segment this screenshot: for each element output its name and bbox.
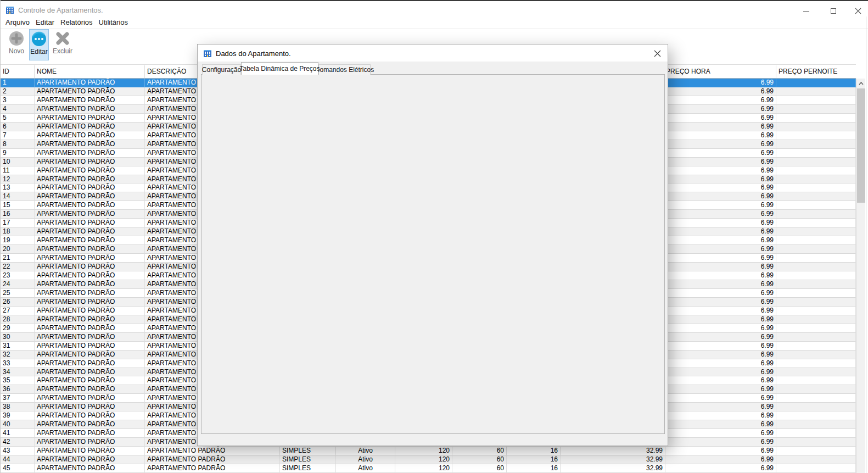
cell-preco_hora: 6.99 xyxy=(665,245,776,254)
cell-id: 15 xyxy=(1,201,35,210)
cell-preco_pernoite xyxy=(776,140,856,149)
cell-nome: APARTAMENTO PADRÃO xyxy=(35,403,145,411)
tab-configuracao[interactable]: Configuração xyxy=(202,64,241,75)
cell-preco_hora: 6.99 xyxy=(665,342,776,350)
scrollbar-thumb[interactable] xyxy=(857,88,865,203)
close-icon xyxy=(654,50,661,57)
cell-status: Ativo xyxy=(336,455,395,464)
apartment-dialog: Dados do Apartamento. Configuração Tabel… xyxy=(197,44,668,446)
chevron-up-icon xyxy=(859,82,864,85)
header-id[interactable]: ID xyxy=(1,65,35,78)
cell-tipo: SIMPLES xyxy=(280,455,336,464)
cell-preco_hora: 6.99 xyxy=(665,79,776,87)
cell-nome: APARTAMENTO PADRÃO xyxy=(35,140,145,149)
cell-id: 45 xyxy=(1,464,35,473)
dialog-titlebar[interactable]: Dados do Apartamento. xyxy=(198,44,668,62)
cell-col6: 120 xyxy=(395,464,452,473)
cell-descricao: APARTAMENTO PADRÃO xyxy=(145,447,280,455)
menu-relatorios[interactable]: Relatórios xyxy=(60,18,98,26)
cell-nome: APARTAMENTO PADRÃO xyxy=(35,96,145,105)
dialog-close-button[interactable] xyxy=(650,47,664,59)
cell-nome: APARTAMENTO PADRÃO xyxy=(35,149,145,158)
cell-preco_pernoite xyxy=(776,192,856,201)
cell-preco_hora: 6.99 xyxy=(665,385,776,394)
cell-id: 33 xyxy=(1,359,35,368)
cell-preco_pernoite xyxy=(776,123,856,131)
cell-preco_hora: 6.99 xyxy=(665,114,776,123)
cell-preco_pernoite xyxy=(776,175,856,184)
cell-preco_pernoite xyxy=(776,447,856,455)
cell-preco_pernoite xyxy=(776,254,856,263)
cell-nome: APARTAMENTO PADRÃO xyxy=(35,464,145,473)
cell-preco_pernoite xyxy=(776,403,856,411)
cell-nome: APARTAMENTO PADRÃO xyxy=(35,289,145,298)
cell-nome: APARTAMENTO PADRÃO xyxy=(35,192,145,201)
cell-id: 19 xyxy=(1,236,35,245)
menu-arquivo[interactable]: Arquivo xyxy=(5,18,35,26)
cell-id: 25 xyxy=(1,289,35,298)
maximize-button[interactable] xyxy=(825,5,842,16)
cell-preco_hora: 6.99 xyxy=(665,105,776,114)
cell-preco_pernoite xyxy=(776,385,856,394)
cell-preco_pernoite xyxy=(776,96,856,105)
cell-nome: APARTAMENTO PADRÃO xyxy=(35,385,145,394)
minimize-button[interactable] xyxy=(798,5,814,16)
menubar: Arquivo Editar Relatórios Utilitários xyxy=(1,16,868,29)
scroll-up-button[interactable] xyxy=(856,79,866,88)
cell-id: 2 xyxy=(1,87,35,96)
cell-id: 34 xyxy=(1,368,35,377)
cell-tipo: SIMPLES xyxy=(280,447,336,455)
cell-preco_hora: 6.99 xyxy=(665,411,776,420)
cell-descricao: APARTAMENTO PADRÃO xyxy=(145,464,280,473)
window-right-border xyxy=(866,16,866,473)
close-window-button[interactable] xyxy=(850,5,866,16)
cell-col7: 60 xyxy=(452,447,507,455)
cell-preco_pernoite xyxy=(776,114,856,123)
table-row[interactable]: 44APARTAMENTO PADRÃOAPARTAMENTO PADRÃOSI… xyxy=(1,455,856,464)
cell-preco_pernoite xyxy=(776,87,856,96)
tab-tabela-dinamica[interactable]: Tabela Dinâmica de Preços xyxy=(241,62,318,75)
cell-preco_hora: 6.99 xyxy=(665,368,776,377)
vertical-scrollbar[interactable] xyxy=(856,79,865,473)
cell-id: 14 xyxy=(1,192,35,201)
cell-preco_hora: 6.99 xyxy=(665,183,776,192)
cell-preco_hora: 6.99 xyxy=(665,271,776,280)
editar-button[interactable]: Editar xyxy=(29,29,49,60)
cell-preco_hora: 6.99 xyxy=(665,420,776,429)
cell-preco_hora: 6.99 xyxy=(665,280,776,289)
cell-col6: 120 xyxy=(395,455,452,464)
novo-button[interactable]: Novo xyxy=(4,29,29,60)
table-row[interactable]: 43APARTAMENTO PADRÃOAPARTAMENTO PADRÃOSI… xyxy=(1,447,856,455)
cell-id: 27 xyxy=(1,307,35,315)
cell-id: 37 xyxy=(1,394,35,403)
menu-editar[interactable]: Editar xyxy=(35,18,59,26)
cell-col8: 16 xyxy=(507,464,561,473)
tab-comandos-eletricos[interactable]: Comandos Elétricos xyxy=(318,64,371,75)
cell-preco_hora: 6.99 xyxy=(665,289,776,298)
cell-preco_hora: 6.99 xyxy=(665,96,776,105)
header-preco-pernoite[interactable]: PREÇO PERNOITE xyxy=(776,65,856,78)
cell-preco_pernoite xyxy=(776,342,856,350)
window-titlebar[interactable]: Controle de Apartamentos. xyxy=(1,1,868,16)
cell-nome: APARTAMENTO PADRÃO xyxy=(35,447,145,455)
window-title: Controle de Apartamentos. xyxy=(18,6,103,14)
table-row[interactable]: 45APARTAMENTO PADRÃOAPARTAMENTO PADRÃOSI… xyxy=(1,464,856,473)
menu-utilitarios[interactable]: Utilitários xyxy=(98,18,133,26)
cell-id: 30 xyxy=(1,333,35,342)
cell-preco_pernoite xyxy=(776,429,856,438)
cell-id: 43 xyxy=(1,447,35,455)
cell-preco_hora: 6.99 xyxy=(665,394,776,403)
cell-nome: APARTAMENTO PADRÃO xyxy=(35,455,145,464)
cell-nome: APARTAMENTO PADRÃO xyxy=(35,394,145,403)
header-nome[interactable]: NOME xyxy=(35,65,145,78)
header-preco-hora[interactable]: PREÇO HORA xyxy=(665,65,776,78)
cell-nome: APARTAMENTO PADRÃO xyxy=(35,271,145,280)
cell-id: 8 xyxy=(1,140,35,149)
x-mark-icon xyxy=(55,31,70,46)
excluir-button[interactable]: Excluir xyxy=(49,29,76,60)
cell-preco_hora: 6.99 xyxy=(665,324,776,333)
cell-id: 20 xyxy=(1,245,35,254)
dots-circle-icon xyxy=(31,31,47,47)
cell-nome: APARTAMENTO PADRÃO xyxy=(35,175,145,184)
cell-id: 31 xyxy=(1,342,35,350)
